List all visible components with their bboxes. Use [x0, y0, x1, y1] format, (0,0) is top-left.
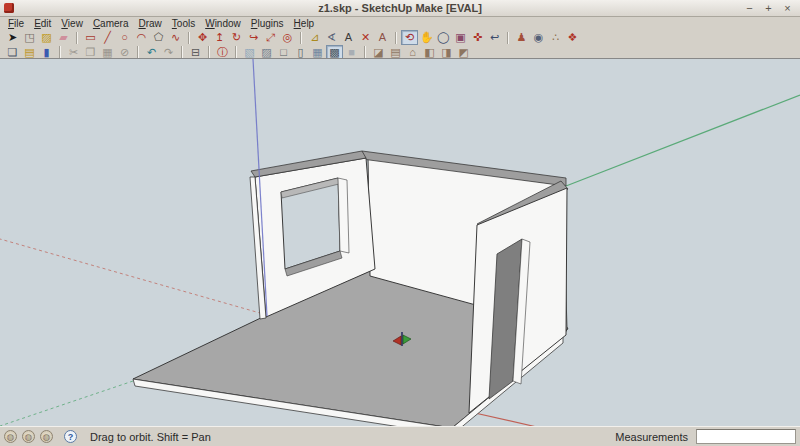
- follow-me-tool-icon[interactable]: ↪: [245, 30, 262, 45]
- toolbar-separator: [235, 46, 237, 58]
- zoom-previous-tool-icon[interactable]: ↩: [486, 30, 503, 45]
- menu-bar: FileEditViewCameraDrawToolsWindowPlugins…: [0, 17, 800, 30]
- section-plane-tool-icon[interactable]: ❖: [564, 30, 581, 45]
- scale-tool-icon[interactable]: ⤢: [262, 30, 279, 45]
- status-icons: ◍◍◍: [4, 430, 58, 443]
- protractor-tool-icon[interactable]: ∢: [323, 30, 340, 45]
- tape-measure-tool-icon[interactable]: ⊿: [306, 30, 323, 45]
- close-button[interactable]: ×: [781, 2, 794, 15]
- axes-tool-icon[interactable]: ✕: [357, 30, 374, 45]
- toolbar-separator: [188, 32, 190, 44]
- eraser-tool-icon[interactable]: ▰: [55, 30, 72, 45]
- toolbar-separator: [59, 46, 61, 58]
- toolbar-separator: [395, 32, 397, 44]
- 3d-text-tool-icon[interactable]: A: [374, 30, 391, 45]
- menu-help[interactable]: Help: [289, 18, 320, 29]
- freehand-tool-icon[interactable]: ∿: [167, 30, 184, 45]
- geo-location-icon[interactable]: ◍: [4, 430, 17, 443]
- toolbar-separator: [300, 32, 302, 44]
- position-camera-tool-icon[interactable]: ♟: [513, 30, 530, 45]
- menu-view[interactable]: View: [56, 18, 88, 29]
- menu-draw[interactable]: Draw: [133, 18, 166, 29]
- maximize-button[interactable]: +: [762, 2, 775, 15]
- polygon-tool-icon[interactable]: ⬠: [150, 30, 167, 45]
- minimize-button[interactable]: −: [743, 2, 756, 15]
- zoom-tool-icon[interactable]: ◯: [435, 30, 452, 45]
- pan-tool-icon[interactable]: ✋: [418, 30, 435, 45]
- window-jamb-face[interactable]: [338, 178, 349, 253]
- menu-edit[interactable]: Edit: [29, 18, 56, 29]
- toolbar-separator: [76, 32, 78, 44]
- menu-window[interactable]: Window: [200, 18, 246, 29]
- toolbar-separator: [507, 32, 509, 44]
- menu-camera[interactable]: Camera: [88, 18, 134, 29]
- line-tool-icon[interactable]: ╱: [99, 30, 116, 45]
- menu-file[interactable]: File: [3, 18, 29, 29]
- title-bar[interactable]: z1.skp - SketchUp Make [EVAL] − + ×: [0, 0, 800, 17]
- window-title: z1.skp - SketchUp Make [EVAL]: [0, 2, 800, 14]
- toolbar-separator: [181, 46, 183, 58]
- offset-tool-icon[interactable]: ◎: [279, 30, 296, 45]
- sketchup-window: { "window": { "title": "z1.skp - SketchU…: [0, 0, 800, 446]
- menu-tools[interactable]: Tools: [167, 18, 200, 29]
- rotate-tool-icon[interactable]: ↻: [228, 30, 245, 45]
- paint-bucket-tool-icon[interactable]: ▨: [38, 30, 55, 45]
- look-around-tool-icon[interactable]: ◉: [530, 30, 547, 45]
- select-tool-icon[interactable]: ➤: [4, 30, 21, 45]
- menu-plugins[interactable]: Plugins: [246, 18, 289, 29]
- walk-tool-icon[interactable]: ∴: [547, 30, 564, 45]
- status-hint: Drag to orbit. Shift = Pan: [90, 431, 211, 443]
- measurements-label: Measurements: [615, 431, 688, 443]
- drawing-viewport[interactable]: [0, 58, 800, 426]
- toolbar-separator: [208, 46, 210, 58]
- measurements-input[interactable]: [696, 429, 796, 444]
- orbit-tool-icon[interactable]: ⟲: [401, 30, 418, 45]
- toolbar-separator: [137, 46, 139, 58]
- text-tool-icon[interactable]: A: [340, 30, 357, 45]
- toolbar-separator: [364, 46, 366, 58]
- circle-tool-icon[interactable]: ○: [116, 30, 133, 45]
- help-icon[interactable]: ?: [64, 430, 77, 443]
- zoom-extents-tool-icon[interactable]: ✜: [469, 30, 486, 45]
- make-component-tool-icon[interactable]: ◳: [21, 30, 38, 45]
- rectangle-tool-icon[interactable]: ▭: [82, 30, 99, 45]
- model-canvas[interactable]: [0, 59, 800, 427]
- zoom-window-tool-icon[interactable]: ▣: [452, 30, 469, 45]
- status-bar: ◍◍◍ ? Drag to orbit. Shift = Pan Measure…: [0, 426, 800, 446]
- arc-tool-icon[interactable]: ◠: [133, 30, 150, 45]
- push-pull-tool-icon[interactable]: ↥: [211, 30, 228, 45]
- sign-in-icon[interactable]: ◍: [40, 430, 53, 443]
- move-tool-icon[interactable]: ✥: [194, 30, 211, 45]
- toolbar-main: ➤◳▨▰▭╱○◠⬠∿✥↥↻↪⤢◎⊿∢A✕A⟲✋◯▣✜↩♟◉∴❖: [0, 30, 800, 45]
- claim-credit-icon[interactable]: ◍: [22, 430, 35, 443]
